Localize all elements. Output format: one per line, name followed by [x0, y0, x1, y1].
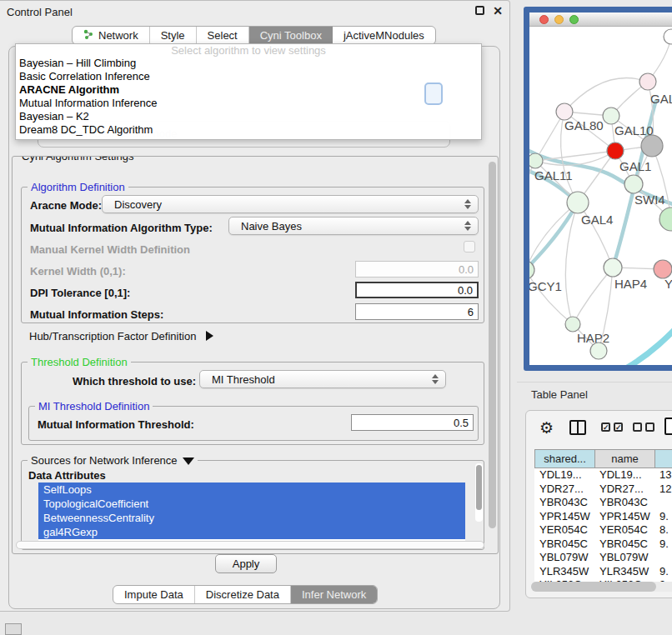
sources-title[interactable]: Sources for Network Inference	[28, 454, 198, 467]
tab-style[interactable]: Style	[150, 27, 197, 44]
apply-button[interactable]: Apply	[215, 554, 277, 573]
table-cell: 13	[654, 468, 672, 482]
table-row[interactable]: YPR145WYPR145W9.	[534, 510, 672, 524]
table-toolbar: ⚙ ✓ ✓	[526, 411, 672, 448]
mi-threshold-label: Mutual Information Threshold:	[38, 418, 194, 431]
window-title: Control Panel	[7, 6, 73, 18]
mi-steps-label: Mutual Information Steps:	[30, 308, 163, 321]
tab-network[interactable]: Network	[73, 27, 150, 44]
mi-threshold-field[interactable]	[351, 414, 474, 431]
document-icon[interactable]	[664, 418, 672, 435]
data-attribute-item[interactable]: TopologicalCoefficient	[38, 497, 465, 511]
tab-select[interactable]: Select	[197, 27, 249, 44]
settings-horizontal-scrollbar[interactable]	[16, 541, 484, 549]
kernel-width-label: Kernel Width (0,1):	[30, 265, 126, 278]
network-edge	[613, 302, 672, 371]
dpi-tolerance-field[interactable]	[355, 282, 479, 298]
hub-definition-disclosure[interactable]: Hub/Transcription Factor Definition	[29, 330, 213, 342]
mi-steps-field[interactable]	[355, 303, 479, 320]
table-row[interactable]: YBR045CYBR045C9.	[534, 538, 672, 552]
table-cell: YPR145W	[534, 510, 594, 524]
algorithm-option[interactable]: Dream8 DC_TDC Algorithm	[16, 123, 481, 137]
table-panel-title: Table Panel	[531, 388, 588, 401]
node-label: GCY1	[529, 279, 562, 293]
table-row[interactable]: YDR27...YDR27...12	[534, 482, 672, 497]
tab-discretize-data[interactable]: Discretize Data	[195, 586, 291, 603]
tab-jactivemnodules[interactable]: jActiveMNodules	[333, 27, 435, 44]
node-label: GAL4	[581, 212, 613, 227]
data-attribute-item[interactable]: SelfLoops	[38, 482, 465, 497]
unchecked-box-icon[interactable]	[645, 422, 654, 432]
table-horizontal-scrollbar[interactable]	[531, 582, 672, 592]
table-cell: 9.	[654, 565, 672, 579]
table-cell: 9.	[654, 538, 672, 552]
column-header-shared[interactable]: shared...	[534, 449, 594, 468]
column-header-name[interactable]: name	[594, 449, 654, 468]
tab-cyni-toolbox[interactable]: Cyni Toolbox	[249, 27, 333, 44]
attributes-scrollbar[interactable]	[475, 463, 483, 522]
algorithm-dropdown-items: Bayesian – Hill ClimbingBasic Correlatio…	[16, 57, 481, 137]
traffic-light-zoom-icon[interactable]	[569, 15, 579, 24]
settings-vertical-scrollbar[interactable]	[489, 162, 496, 547]
tab-impute-data[interactable]: Impute Data	[113, 586, 195, 603]
table-panel-bar: Table Panel	[517, 382, 672, 407]
algorithm-option[interactable]: Bayesian – K2	[16, 110, 481, 123]
table-cell: YBL079W	[534, 551, 594, 565]
algorithm-option[interactable]: ARACNE Algorithm	[16, 83, 481, 97]
node-label: Y	[664, 277, 672, 291]
table-cell: YDR27...	[594, 482, 654, 497]
algorithm-option[interactable]: Bayesian – Hill Climbing	[16, 57, 481, 70]
tab-infer-network[interactable]: Infer Network	[291, 586, 377, 603]
algorithm-dropdown-list: Select algorithm to view settings Bayesi…	[15, 43, 482, 140]
table-row[interactable]: YBL079WYBL079W	[534, 551, 672, 565]
float-icon[interactable]	[475, 6, 484, 15]
table-row[interactable]: YDL19...YDL19...13	[534, 468, 672, 482]
data-attribute-item[interactable]: BetweennessCentrality	[38, 511, 465, 525]
traffic-light-close-icon[interactable]	[539, 15, 549, 24]
which-threshold-value: MI Threshold	[212, 373, 275, 386]
columns-icon[interactable]	[569, 420, 586, 435]
algorithm-definition-group: Algorithm Definition Aracne Mode: Discov…	[21, 187, 484, 323]
traffic-light-minimize-icon[interactable]	[554, 15, 564, 24]
data-attributes-list[interactable]: SelfLoopsTopologicalCoefficientBetweenne…	[38, 482, 465, 546]
table-row[interactable]: YLR345WYLR345W9.	[534, 565, 672, 579]
algorithm-option[interactable]: Mutual Information Inference	[16, 97, 481, 110]
table-cell: 8.	[654, 523, 672, 538]
checked-box-icon[interactable]: ✓	[601, 422, 610, 432]
tab-jactivemnodules-label: jActiveMNodules	[344, 29, 424, 42]
minimized-window-icon[interactable]	[5, 623, 22, 635]
table-cell: YDL19...	[534, 468, 594, 482]
table-cell	[654, 496, 672, 510]
mi-type-combobox[interactable]: Naive Bayes	[228, 217, 479, 235]
kernel-width-field[interactable]	[355, 261, 479, 278]
table-body: YDL19...YDL19...13YDR27...YDR27...12YBR0…	[534, 468, 672, 582]
table-cell: YDR27...	[534, 482, 594, 497]
gear-icon[interactable]: ⚙	[539, 418, 554, 438]
manual-kernel-checkbox[interactable]	[464, 241, 475, 252]
node-label: GAL11	[534, 168, 573, 182]
tab-impute-label: Impute Data	[124, 588, 183, 601]
network-canvas[interactable]: GAL GAL80 GAL10 GAL1 GAL11 SWI4 GAL4 GCY…	[529, 27, 672, 371]
tab-style-label: Style	[161, 29, 185, 42]
column-header-cut[interactable]	[654, 449, 672, 468]
algorithm-option[interactable]: Basic Correlation Inference	[16, 70, 481, 83]
apply-button-label: Apply	[233, 558, 260, 570]
which-threshold-combobox[interactable]: MI Threshold	[199, 370, 446, 388]
table-cell: YER054C	[594, 523, 654, 538]
mi-threshold-definition-title: MI Threshold Definition	[35, 400, 153, 412]
table-row[interactable]: YBR043CYBR043C	[534, 496, 672, 510]
table-cell: YPR145W	[594, 510, 654, 524]
node-label: GAL10	[614, 123, 654, 138]
node-table: shared... name YDL19...YDL19...13YDR27..…	[534, 449, 672, 582]
data-attribute-item[interactable]: gal4RGexp	[38, 525, 465, 539]
checked-box-icon[interactable]: ✓	[614, 422, 623, 432]
stepper-updown-icon	[432, 374, 439, 384]
aracne-mode-combobox[interactable]: Discovery	[102, 195, 479, 213]
network-view-window[interactable]: GAL GAL80 GAL10 GAL1 GAL11 SWI4 GAL4 GCY…	[524, 7, 672, 371]
unchecked-box-icon[interactable]	[633, 422, 642, 432]
algorithm-dropdown-placeholder: Select algorithm to view settings	[16, 44, 481, 57]
network-window-titlebar[interactable]	[529, 12, 672, 27]
mi-type-value: Naive Bayes	[241, 220, 302, 232]
table-row[interactable]: YER054CYER054C8.	[534, 523, 672, 538]
close-icon[interactable]: ✕	[493, 4, 503, 18]
